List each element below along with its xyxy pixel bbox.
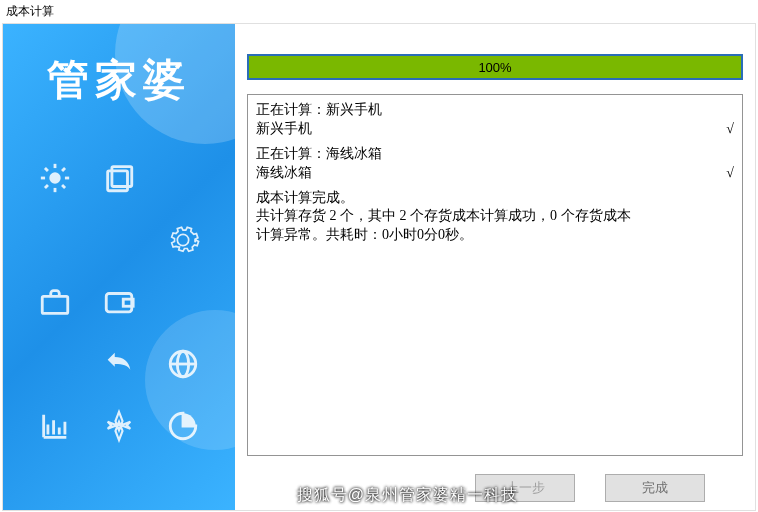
- main-panel: 100% 正在计算：新兴手机 新兴手机 √ 正在计算：海线冰箱 海线冰箱 √ 成…: [235, 24, 755, 510]
- pie-icon: [166, 409, 200, 446]
- brand-logo: 管家婆: [3, 52, 235, 108]
- log-line: 新兴手机 √: [256, 120, 734, 139]
- star-icon: [102, 409, 136, 446]
- log-line: 成本计算完成。: [256, 189, 734, 208]
- gear-icon: [166, 223, 200, 260]
- log-line: 计算异常。共耗时：0小时0分0秒。: [256, 226, 734, 245]
- svg-point-0: [49, 172, 60, 183]
- log-line: 正在计算：新兴手机: [256, 101, 734, 120]
- progress-bar: 100%: [247, 54, 743, 80]
- svg-line-5: [45, 167, 48, 170]
- wallet-icon: [102, 285, 136, 322]
- sidebar: 管家婆: [3, 24, 235, 510]
- sun-icon: [38, 161, 72, 198]
- log-line: 海线冰箱 √: [256, 164, 734, 183]
- chart-icon: [38, 409, 72, 446]
- finish-button[interactable]: 完成: [605, 474, 705, 502]
- sidebar-icon-grid: [3, 148, 235, 458]
- svg-rect-11: [42, 296, 68, 313]
- main-container: 管家婆 100% 正在计算：新兴手机 新兴手机: [2, 23, 756, 511]
- log-line: 共计算存货 2 个，其中 2 个存货成本计算成功，0 个存货成本: [256, 207, 734, 226]
- watermark: 搜狐号@泉州管家婆精一科技: [297, 485, 518, 506]
- stack-icon: [102, 161, 136, 198]
- svg-rect-12: [106, 293, 132, 311]
- globe-icon: [166, 347, 200, 384]
- briefcase-icon: [38, 285, 72, 322]
- window-title: 成本计算: [0, 0, 758, 23]
- undo-icon: [102, 347, 136, 384]
- svg-line-8: [62, 167, 65, 170]
- log-line: 正在计算：海线冰箱: [256, 145, 734, 164]
- svg-line-6: [62, 185, 65, 188]
- log-output[interactable]: 正在计算：新兴手机 新兴手机 √ 正在计算：海线冰箱 海线冰箱 √ 成本计算完成…: [247, 94, 743, 456]
- svg-line-7: [45, 185, 48, 188]
- progress-label: 100%: [249, 56, 741, 78]
